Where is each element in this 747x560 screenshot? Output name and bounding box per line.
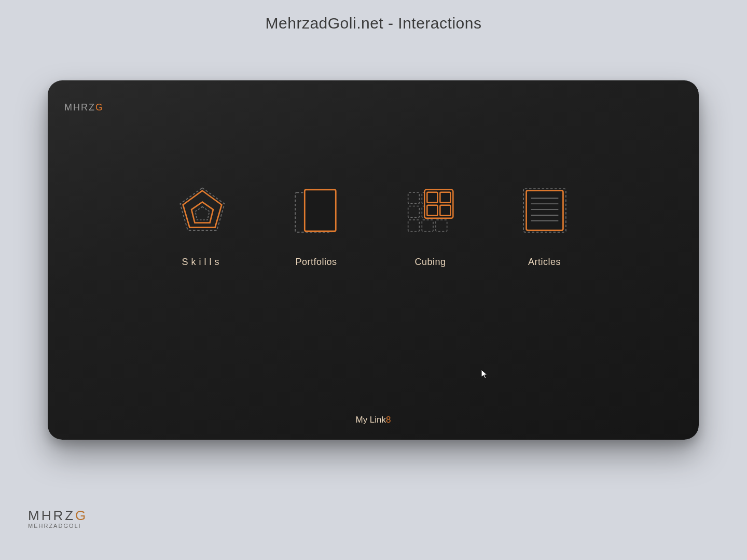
svg-marker-2 [191,202,213,223]
brand-big-accent: G [75,508,88,523]
page-title: MehrzadGoli.net - Interactions [0,0,747,32]
svg-marker-1 [183,191,222,228]
svg-rect-15 [424,190,453,218]
document-icon [519,184,571,236]
logo-accent: G [95,102,104,113]
grid-icon [405,184,457,236]
svg-rect-12 [408,220,419,231]
card-articles[interactable]: Articles [519,184,571,268]
cursor-icon [481,369,488,380]
svg-rect-21 [526,191,563,230]
card-skills[interactable]: Skills [176,184,228,268]
logo-prefix: MHRZ [64,102,95,113]
card-skills-label: Skills [182,257,222,268]
card-cubing[interactable]: Cubing [405,184,457,268]
footer-link-prefix: My Link [355,415,386,425]
svg-rect-5 [305,190,336,231]
brand-big: MHRZG [28,508,88,524]
brand-footer: MHRZG MEHRZADGOLI [28,508,88,529]
svg-rect-13 [422,220,433,231]
cards-row: Skills Portfolios [48,184,699,268]
card-portfolios-label: Portfolios [295,257,337,268]
stack-icon [290,184,342,236]
app-window: MHRZG Skills Portfolios [48,80,699,440]
footer-link[interactable]: My Link8 [48,415,699,425]
brand-big-prefix: MHRZ [28,508,75,523]
card-cubing-label: Cubing [414,257,446,268]
logo: MHRZG [64,102,104,113]
card-articles-label: Articles [528,257,561,268]
card-portfolios[interactable]: Portfolios [290,184,342,268]
svg-rect-6 [408,192,419,204]
svg-marker-3 [195,207,209,220]
svg-rect-14 [436,220,447,231]
brand-small: MEHRZADGOLI [28,523,81,529]
pentagon-icon [176,184,228,236]
svg-rect-9 [408,206,419,218]
svg-marker-0 [180,188,224,230]
footer-link-accent: 8 [386,415,391,425]
